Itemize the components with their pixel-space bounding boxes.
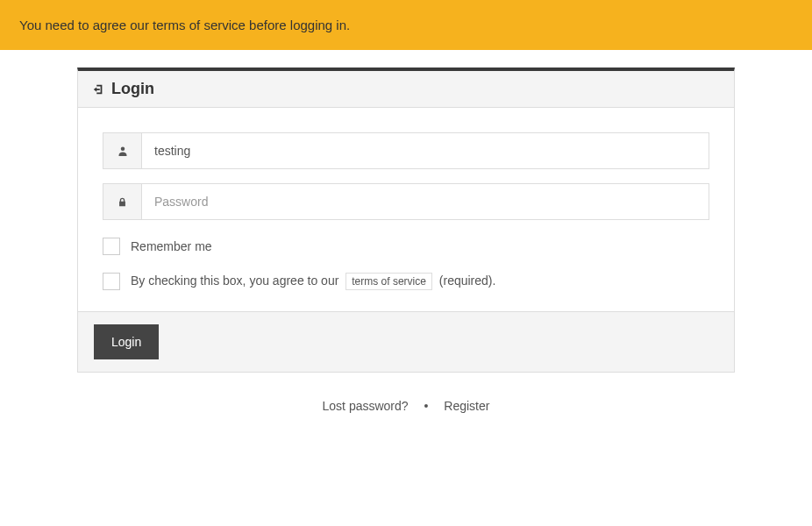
register-link[interactable]: Register	[444, 399, 489, 413]
panel-body: Remember me By checking this box, you ag…	[78, 108, 734, 311]
tos-prefix: By checking this box, you agree to our	[131, 274, 338, 288]
tos-checkbox[interactable]	[103, 273, 120, 290]
username-group	[103, 132, 709, 169]
tos-link[interactable]: terms of service	[345, 273, 432, 290]
tos-label: By checking this box, you agree to our t…	[131, 273, 495, 290]
lost-password-link[interactable]: Lost password?	[323, 399, 409, 413]
footer-separator: •	[424, 399, 429, 413]
login-icon	[92, 83, 104, 96]
login-button[interactable]: Login	[94, 324, 159, 359]
remember-row: Remember me	[103, 238, 709, 255]
panel-title: Login	[111, 80, 154, 98]
panel-footer: Login	[78, 311, 734, 372]
svg-point-0	[120, 147, 125, 152]
lock-icon	[103, 183, 141, 220]
tos-row: By checking this box, you agree to our t…	[103, 273, 709, 290]
tos-suffix: (required).	[439, 274, 496, 288]
panel-header: Login	[78, 71, 734, 108]
login-panel: Login	[77, 68, 735, 373]
username-input[interactable]	[141, 132, 709, 169]
footer-links: Lost password? • Register	[77, 373, 735, 422]
terms-warning-alert: You need to agree our terms of service b…	[0, 0, 812, 50]
user-icon	[103, 132, 141, 169]
remember-label: Remember me	[131, 239, 212, 253]
alert-message: You need to agree our terms of service b…	[19, 18, 350, 32]
remember-checkbox[interactable]	[103, 238, 120, 255]
password-input[interactable]	[141, 183, 709, 220]
password-group	[103, 183, 709, 220]
